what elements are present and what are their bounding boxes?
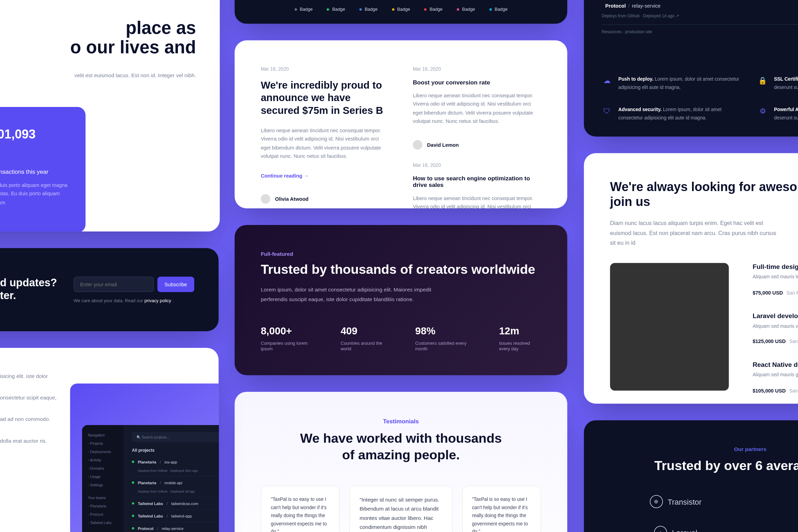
post-headline: We're incredibly proud to announce we ha… (261, 79, 389, 117)
stat-label: Countries around the world (340, 341, 384, 351)
testimonial-card: "TaxPal is so easy to use I can't help b… (462, 486, 541, 532)
avatar (413, 140, 422, 149)
feature: 🔒SSL Certificates. Anim aute id magna al… (757, 75, 798, 92)
app-screenshot: Navigation▫ Projects▫ Deployments▫ Activ… (70, 384, 219, 532)
feature-text: isicing elit. iste dolor (0, 372, 89, 381)
quote: "Integer id nunc sit semper purus. Biben… (360, 496, 442, 532)
sidebar-item[interactable]: Navigation (88, 431, 118, 439)
newsletter-card: d updates?ter. Subscribe We care about y… (0, 248, 219, 331)
careers-title: We're always looking for awesome people … (610, 179, 798, 209)
stats-card: Full-featured Trusted by thousands of cr… (234, 225, 567, 375)
eyebrow: Testimonials (261, 418, 541, 424)
blog-post[interactable]: Mar 16, 2020How to use search engine opt… (413, 162, 541, 208)
job-listing[interactable]: Full-time designerAliquam sed mauris le…… (753, 263, 798, 296)
testimonials-title: We have worked with thousandsof amazing … (261, 430, 541, 463)
job-listing[interactable]: Laravel developerAliquam sed mauris vita… (753, 312, 798, 345)
blog-card: Mar 16, 2020 We're incredibly proud to a… (234, 40, 567, 208)
search-input[interactable]: 🔍 Search projects... (132, 432, 219, 442)
team-item[interactable]: ◦ Tailwind Labs (88, 519, 118, 527)
project-row[interactable]: Tailwind Labs/tailwindcss.comPreview (132, 497, 219, 510)
post-title: How to use search engine optimization to… (413, 175, 541, 188)
partners-title: Trusted by over 6 average com (610, 458, 798, 474)
job-desc: Aliquam sed mauris g felis lorem aliqua … (753, 372, 798, 379)
sidebar-item[interactable]: ▫ Settings (88, 481, 118, 489)
job-desc: Aliquam sed mauris vitae felis montes en… (753, 323, 798, 330)
team-item[interactable]: ◦ Planetaria (88, 502, 118, 511)
badge: Badge (457, 7, 475, 12)
office-photo (610, 263, 729, 390)
stat: 98%Customers satisfied every month (415, 325, 468, 351)
job-salary: $125,000 USD (753, 339, 786, 344)
sidebar-item[interactable]: ▫ Domains (88, 464, 118, 472)
stat-label: Companies using lorem ipsum (261, 341, 310, 351)
sidebar-item[interactable]: ▫ Usage (88, 472, 118, 481)
stat-number: 8,000+ (261, 325, 310, 337)
project-row[interactable]: Planetaria/ios-appPreviewDeploys from Gi… (132, 456, 219, 477)
stat-number: 12m (499, 325, 541, 337)
email-input[interactable] (74, 276, 154, 292)
post-date: Mar 16, 2020 (261, 66, 389, 72)
project-row[interactable]: Planetaria/mobile-apiProductionDeploys f… (132, 477, 219, 497)
partner-logo: ⊕Transistor (610, 495, 741, 508)
badge-bar: BadgeBadgeBadgeBadgeBadgeBadgeBadge (234, 0, 567, 24)
job-location: San (789, 388, 798, 394)
logo-icon: ◬ (654, 526, 667, 532)
post-body: Libero neque aenean tincidunt nec conseq… (413, 194, 541, 208)
feature-icon: ☁ (602, 75, 612, 86)
testimonial-card: "TaxPal is so easy to use I can't help b… (261, 486, 340, 532)
job-desc: Aliquam sed mauris le… (753, 273, 798, 281)
sidebar-item[interactable]: ▫ Deployments (88, 448, 118, 456)
post-body: Libero neque aenean tincidunt nec conseq… (261, 126, 389, 161)
badge: Badge (424, 7, 443, 12)
job-location: San (789, 339, 798, 344)
subscribe-button[interactable]: Subscribe (158, 276, 194, 292)
feature-shot-card: isicing elit. iste dolor onsectetur scip… (0, 348, 219, 532)
deploy-meta: Deploys from Github · Deployed 1d ago ↗ (602, 13, 798, 18)
hero-fragment: place aso our lives and velit est euismo… (0, 0, 220, 232)
newsletter-title: d updates?ter. (0, 277, 57, 303)
sidebar-item[interactable]: ▫ Activity (88, 456, 118, 464)
stat-number: 409 (340, 325, 384, 337)
job-location: San Fr (787, 290, 798, 295)
teams-label: Your teams (88, 494, 118, 502)
project-row[interactable]: Tailwind Labs/tailwind-appPreview (132, 510, 219, 522)
job-title: Full-time designer (753, 263, 798, 270)
sidebar-item[interactable]: ▫ Projects (88, 439, 118, 448)
stat-label: Issues resolved every day (499, 341, 541, 351)
author-name: David Lemon (427, 142, 459, 147)
feature: ⚙Powerful API. Anim aute id magna aliqua… (757, 106, 798, 122)
post-body: Libero neque aenean tincidunt nec conseq… (413, 91, 541, 126)
badge: Badge (489, 7, 508, 12)
job-title: React Native develop (753, 361, 798, 368)
partner-logo: SSavvyCal (759, 526, 798, 532)
project-row[interactable]: Protocol/relay-serviceProduction (132, 522, 219, 532)
stat-number: 401,093 (0, 127, 68, 141)
stat-label: Transactions this year (0, 169, 68, 175)
logo-icon: ⊕ (650, 495, 663, 508)
stat-card-transactions: 401,093 Transactions this year Eu duis p… (0, 107, 86, 232)
author: Olivia Atwood (261, 194, 389, 203)
breadcrumb: Protocol/relay-service (602, 3, 798, 9)
post-date: Mar 16, 2020 (413, 162, 541, 168)
job-listing[interactable]: React Native developAliquam sed mauris g… (753, 361, 798, 395)
continue-reading-link[interactable]: Continue reading → (261, 172, 309, 178)
hero-body: velit est euismod lacus. Est non id. Int… (0, 71, 196, 80)
post-title: Boost your conversion rate (413, 79, 541, 85)
careers-card: We're always looking for awesome people … (584, 153, 798, 404)
stats-body: Lorem ipsum, dolor sit amet consectetur … (261, 286, 439, 304)
badge: Badge (327, 7, 345, 12)
stat-number: 98% (415, 325, 468, 337)
feature-icon: 🔒 (757, 75, 768, 86)
job-title: Laravel developer (753, 312, 798, 319)
post-date: Mar 16, 2020 (413, 66, 541, 72)
feature: ☁Push to deploy. Lorem ipsum, dolor sit … (602, 75, 743, 92)
privacy-link[interactable]: privacy policy (144, 298, 171, 303)
team-item[interactable]: ◦ Protocol (88, 511, 118, 519)
features-dark-card: Tailwind Labs Protocol/relay-service Dep… (584, 0, 798, 136)
feature-icon: ⚙ (757, 106, 768, 117)
job-salary: $105,000 USD (753, 388, 786, 394)
feature: 🛡Advanced security. Lorem ipsum, dolor s… (602, 106, 743, 122)
stat-body: Eu duis porto aliquam eget magna egestas… (0, 181, 68, 207)
eyebrow: Our partners (610, 447, 798, 452)
blog-post[interactable]: Mar 16, 2020Boost your conversion rateLi… (413, 66, 541, 150)
